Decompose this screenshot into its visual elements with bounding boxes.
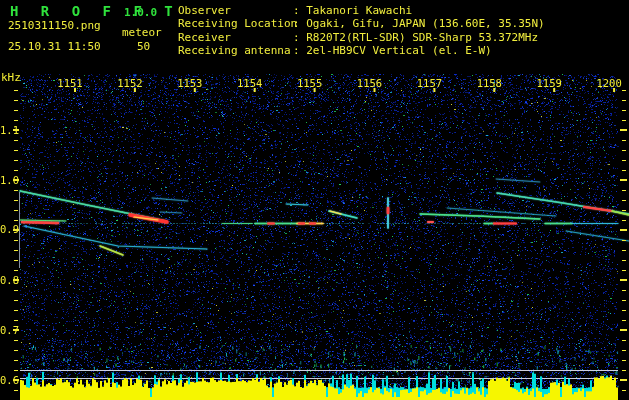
x-axis-tick-1159: 1159 <box>534 77 564 89</box>
hrofft-window: H R O F F T 1.0.0 2510311150.png meteor … <box>0 0 629 400</box>
info-row-receiving-location: Receiving Location: Ogaki, Gifu, JAPAN (… <box>178 17 545 30</box>
info-label: Receiver <box>178 31 293 44</box>
timestamp: 25.10.31 11:50 <box>8 40 101 53</box>
info-row-observer: Observer: Takanori Kawachi <box>178 4 412 17</box>
output-filename: 2510311150.png <box>8 19 101 32</box>
x-axis-tick-1151: 1151 <box>55 77 85 89</box>
y-axis-tick-0.6: 0.6 <box>0 374 14 386</box>
info-label: Receiving Location <box>178 17 293 30</box>
info-label: Receiving antenna <box>178 44 293 57</box>
info-colon: : <box>293 17 306 30</box>
y-axis-tick-1.1: 1.1 <box>0 124 14 136</box>
y-axis-tick-0.7: 0.7 <box>0 324 14 336</box>
mode-label: meteor <box>122 26 162 39</box>
spectrogram-canvas <box>0 0 629 400</box>
y-axis-tick-0.8: 0.8 <box>0 274 14 286</box>
y-axis-tick-0.9: 0.9 <box>0 223 14 235</box>
info-value: 2el-HB9CV Vertical (el. E-W) <box>306 44 491 57</box>
x-axis-tick-1152: 1152 <box>115 77 145 89</box>
frequency-unit-label: kHz <box>1 71 21 84</box>
info-colon: : <box>293 4 306 17</box>
x-axis-tick-1156: 1156 <box>355 77 385 89</box>
info-row-receiver: Receiver: R820T2(RTL-SDR) SDR-Sharp 53.3… <box>178 31 538 44</box>
info-row-receiving-antenna: Receiving antenna: 2el-HB9CV Vertical (e… <box>178 44 492 57</box>
x-axis-tick-1153: 1153 <box>175 77 205 89</box>
x-axis-tick-1157: 1157 <box>414 77 444 89</box>
info-label: Observer <box>178 4 293 17</box>
info-value: Takanori Kawachi <box>306 4 412 17</box>
info-value: R820T2(RTL-SDR) SDR-Sharp 53.372MHz <box>306 31 538 44</box>
app-version: 1.0.0 <box>124 6 157 19</box>
echo-count: 50 <box>137 40 150 53</box>
info-colon: : <box>293 31 306 44</box>
info-value: Ogaki, Gifu, JAPAN (136.60E, 35.35N) <box>306 17 544 30</box>
x-axis-tick-1154: 1154 <box>235 77 265 89</box>
info-colon: : <box>293 44 306 57</box>
x-axis-tick-1155: 1155 <box>295 77 325 89</box>
x-axis-tick-1158: 1158 <box>474 77 504 89</box>
y-axis-tick-1.0: 1.0 <box>0 174 14 186</box>
x-axis-tick-1200: 1200 <box>594 77 624 89</box>
